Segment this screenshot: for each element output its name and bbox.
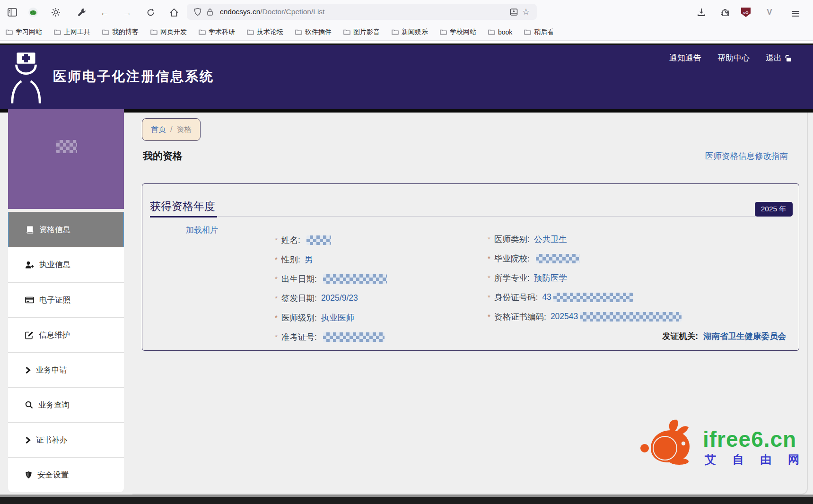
redacted-user-name [56,140,77,153]
bookmark-label: 网页开发 [160,28,187,36]
bookmark-folder[interactable]: 新闻娱乐 [392,28,428,36]
logout-link[interactable]: 退出 [766,52,792,63]
bookmark-label: 图片影音 [353,28,380,36]
bookmark-folder[interactable]: 上网工具 [54,28,90,36]
help-center-link[interactable]: 帮助中心 [717,52,750,63]
extensions-puzzle-icon[interactable] [719,6,731,18]
sidebar-item-label: 资格信息 [39,225,70,235]
field-label: 所学专业: [494,272,530,284]
redacted-value [536,254,579,263]
field-value: 公共卫生 [534,234,567,245]
bookmark-folder[interactable]: 稍后看 [524,28,554,36]
bookmark-folder[interactable]: 网页开发 [150,28,187,36]
field-row-doctor-category: * 医师类别: 公共卫生 [488,229,795,249]
extension-icon-green[interactable] [27,6,39,18]
breadcrumb-home-link[interactable]: 首页 [151,125,166,135]
ublock-icon[interactable]: uO [740,6,752,18]
forward-icon[interactable]: → [121,6,133,18]
bookmark-label: 学校网站 [450,28,476,36]
save-page-icon[interactable] [507,6,520,18]
required-asterisk: * [275,236,281,244]
url-bar[interactable]: cndocsys.cn/Doctor/Cpetion/List ☆ [187,4,537,20]
gear-icon[interactable] [50,6,62,18]
sidebar-item-qualification-info[interactable]: 资格信息 [8,212,124,247]
reload-icon[interactable] [144,6,157,18]
issuer-row: 发证机关: 湖南省卫生健康委员会 [662,330,786,342]
user-plus-icon [25,261,34,269]
bookmark-label: 上网工具 [64,28,90,36]
sidebar-toggle-icon[interactable] [6,6,18,18]
bookmark-folder[interactable]: 图片影音 [343,28,380,36]
lock-icon[interactable] [204,6,216,18]
sidebar-item-security-settings[interactable]: 安全设置 [8,457,124,492]
breadcrumb: 首页 / 资格 [142,118,201,141]
bookmark-folder[interactable]: book [488,28,512,36]
sidebar-item-label: 业务申请 [36,365,67,375]
bookmark-folder[interactable]: 软件插件 [295,28,332,36]
field-label: 性别: [281,254,300,265]
back-icon[interactable]: ← [98,6,111,18]
ublock-shield: uO [741,8,751,17]
qualification-guide-link[interactable]: 医师资格信息修改指南 [705,150,788,162]
sidebar-item-info-maintenance[interactable]: 信息维护 [8,317,124,352]
load-photo-link[interactable]: 加载相片 [186,225,218,235]
field-row-issue-date: * 签发日期: 2025/9/23 [275,288,485,308]
required-asterisk: * [275,294,281,302]
field-row-exam-number: * 准考证号: [275,327,485,347]
header-links: 通知通告 帮助中心 退出 [669,52,792,63]
edit-icon [25,331,34,339]
field-value: 202543 [551,312,578,322]
bookmark-folder[interactable]: 学习网站 [6,28,42,36]
logout-unlock-icon [785,54,792,62]
bottom-strip [0,497,813,504]
breadcrumb-separator: / [170,125,172,134]
menu-hamburger-icon[interactable] [792,6,804,22]
home-icon[interactable] [168,6,180,18]
sidebar-item-practice-info[interactable]: 执业信息 [8,247,124,282]
bookmark-label: 软件插件 [305,28,332,36]
tracking-shield-icon[interactable] [192,6,204,18]
bookmark-folder[interactable]: 技术论坛 [247,28,283,36]
url-path: /Doctor/Cpetion/List [260,8,324,16]
required-asterisk: * [488,254,494,262]
bookmark-folder[interactable]: 学术科研 [199,28,235,36]
field-label: 毕业院校: [494,253,530,264]
field-label: 出生日期: [281,273,317,285]
vue-letter: V [767,8,772,17]
redacted-value [306,235,331,245]
bookmark-label: 稍后看 [534,28,554,36]
card-heading-rule [150,216,791,217]
required-asterisk: * [275,333,281,341]
field-value: 男 [305,254,313,265]
bookmark-label: 学术科研 [209,28,235,36]
notices-link[interactable]: 通知通告 [669,52,701,63]
wrench-icon[interactable] [76,6,88,18]
qualification-card: 获得资格年度 2025 年 加载相片 * 姓名: * 性别: 男 * 出生日期: [142,183,799,351]
url-text: cndocsys.cn/Doctor/Cpetion/List [220,8,507,16]
field-label: 医师级别: [281,312,317,323]
logout-label: 退出 [766,52,782,63]
sidebar-item-label: 安全设置 [37,470,69,480]
vue-devtools-icon[interactable]: V [763,6,776,18]
issuer-value: 湖南省卫生健康委员会 [703,331,786,341]
sidebar-item-business-query[interactable]: 业务查询 [8,387,124,422]
downloads-icon[interactable] [695,6,708,18]
sidebar-item-label: 证书补办 [36,435,67,445]
bookmark-star-icon[interactable]: ☆ [520,6,532,18]
sidebar-item-business-application[interactable]: 业务申请 [8,352,124,387]
sidebar-item-electronic-license[interactable]: 电子证照 [8,282,124,317]
field-value: 预防医学 [534,272,567,284]
shield-icon [25,471,32,479]
field-row-gender: * 性别: 男 [275,250,485,269]
rabbit-logo-icon [639,418,699,469]
sidebar-item-label: 电子证照 [39,295,70,305]
bookmark-label: book [498,28,512,36]
required-asterisk: * [275,275,281,283]
bookmark-folder[interactable]: 我的博客 [102,28,139,36]
sidebar-menu: 资格信息 执业信息 电子证照 信息维护 业务申请 业务查询 证书补办 安全设置 [8,212,124,492]
bookmark-folder[interactable]: 学校网站 [440,28,476,36]
sidebar-item-label: 信息维护 [39,330,70,340]
fields-right-column: * 医师类别: 公共卫生 * 毕业院校: * 所学专业: 预防医学 * 身份证号… [488,229,795,326]
sidebar-item-certificate-reissue[interactable]: 证书补办 [8,422,124,457]
redacted-value [553,293,633,302]
